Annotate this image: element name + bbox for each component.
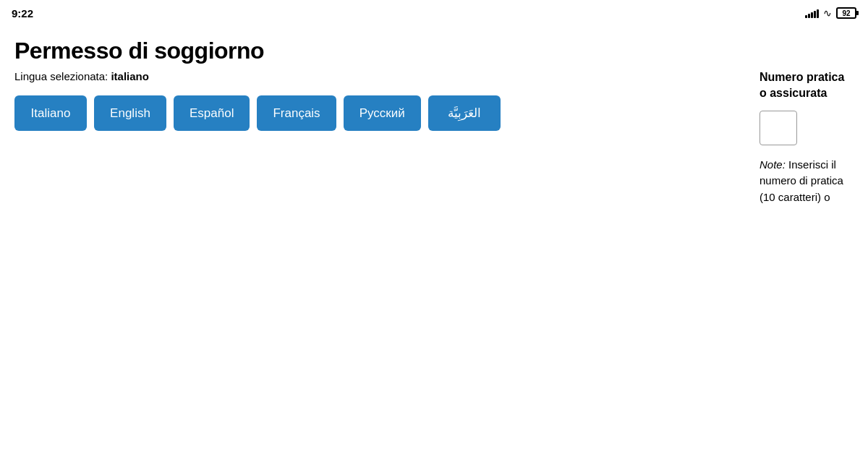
practice-number-input[interactable] bbox=[760, 111, 797, 145]
note-text: Note: Inserisci il numero di pratica (10… bbox=[760, 157, 854, 206]
right-panel: Numero pratica o assicurata Note: Inseri… bbox=[760, 69, 854, 205]
page-title: Permesso di soggiorno bbox=[14, 38, 854, 64]
selected-language: italiano bbox=[111, 70, 149, 82]
status-icons: ∿ 92 bbox=[805, 7, 856, 19]
lang-button-en[interactable]: English bbox=[94, 95, 166, 131]
status-time: 9:22 bbox=[12, 7, 33, 20]
lang-button-es[interactable]: Español bbox=[174, 95, 250, 131]
lang-button-it[interactable]: Italiano bbox=[14, 95, 87, 131]
main-content: Permesso di soggiorno Lingua selezionata… bbox=[0, 26, 868, 142]
wifi-icon: ∿ bbox=[823, 7, 832, 19]
lang-button-ru[interactable]: Русский bbox=[344, 95, 421, 131]
status-bar: 9:22 ∿ 92 bbox=[0, 0, 868, 26]
lang-button-ar[interactable]: العَرَبِيَّة bbox=[428, 95, 501, 131]
language-buttons: Italiano English Español Français Русски… bbox=[14, 95, 854, 131]
battery-icon: 92 bbox=[836, 7, 856, 19]
right-panel-title: Numero pratica o assicurata bbox=[760, 69, 854, 102]
lang-button-fr[interactable]: Français bbox=[257, 95, 336, 131]
signal-icon bbox=[805, 8, 819, 18]
language-label: Lingua selezionata: italiano bbox=[14, 70, 854, 82]
note-label: Note: bbox=[760, 158, 786, 171]
